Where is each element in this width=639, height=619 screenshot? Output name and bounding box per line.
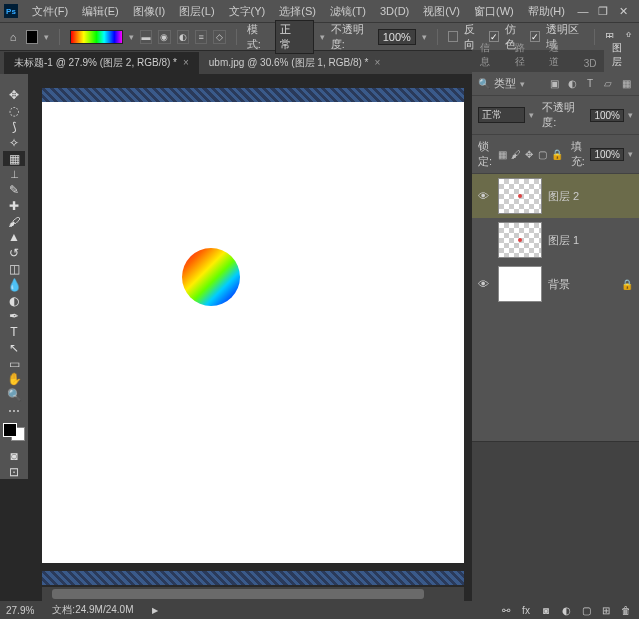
filter-shape-icon[interactable]: ▱ bbox=[601, 78, 615, 90]
scrollbar-thumb[interactable] bbox=[52, 589, 424, 599]
menu-3d[interactable]: 3D(D) bbox=[374, 3, 415, 19]
gradient-angle-icon[interactable]: ◐ bbox=[177, 30, 189, 44]
gradient-diamond-icon[interactable]: ◇ bbox=[213, 30, 225, 44]
move-tool-icon[interactable]: ✥ bbox=[3, 88, 25, 103]
menu-view[interactable]: 视图(V) bbox=[417, 2, 466, 21]
lock-position-icon[interactable]: ✥ bbox=[525, 148, 534, 160]
path-tool-icon[interactable]: ↖ bbox=[3, 341, 25, 356]
gradient-linear-icon[interactable]: ▬ bbox=[140, 30, 152, 44]
color-swatches[interactable] bbox=[3, 423, 25, 441]
pen-tool-icon[interactable]: ✒ bbox=[3, 309, 25, 324]
close-icon[interactable]: ✕ bbox=[617, 5, 629, 17]
fill-input[interactable]: 100% bbox=[590, 148, 624, 161]
link-layers-icon[interactable]: ⚯ bbox=[499, 605, 513, 616]
delete-layer-icon[interactable]: 🗑 bbox=[619, 605, 633, 616]
eyedropper-tool-icon[interactable]: ✎ bbox=[3, 183, 25, 198]
menu-filter[interactable]: 滤镜(T) bbox=[324, 2, 372, 21]
stamp-tool-icon[interactable]: ▲ bbox=[3, 230, 25, 245]
lasso-tool-icon[interactable]: ⟆ bbox=[3, 120, 25, 135]
screen-mode-icon[interactable]: ⊡ bbox=[3, 464, 25, 479]
marquee-tool-icon[interactable]: ◌ bbox=[3, 104, 25, 119]
shape-tool-icon[interactable]: ▭ bbox=[3, 356, 25, 371]
dodge-tool-icon[interactable]: ◐ bbox=[3, 293, 25, 308]
tab-info[interactable]: 信息 bbox=[472, 38, 507, 72]
opacity-input[interactable]: 100% bbox=[378, 29, 416, 45]
menu-window[interactable]: 窗口(W) bbox=[468, 2, 520, 21]
lock-all-icon[interactable]: 🔒 bbox=[551, 148, 563, 160]
document-canvas[interactable] bbox=[42, 102, 464, 563]
filter-pixel-icon[interactable]: ▣ bbox=[547, 78, 561, 90]
visibility-icon[interactable]: 👁 bbox=[478, 278, 492, 290]
layer-style-icon[interactable]: fx bbox=[519, 605, 533, 616]
horizontal-scrollbar[interactable] bbox=[42, 587, 464, 601]
quick-mask-icon[interactable]: ◙ bbox=[3, 448, 25, 463]
tab-3d[interactable]: 3D bbox=[576, 55, 605, 72]
lock-pixels-icon[interactable]: 🖌 bbox=[511, 148, 521, 160]
lock-artboard-icon[interactable]: ▢ bbox=[538, 148, 547, 160]
menu-file[interactable]: 文件(F) bbox=[26, 2, 74, 21]
search-icon[interactable]: 🔍 bbox=[478, 78, 490, 89]
document-size[interactable]: 文档:24.9M/24.0M bbox=[52, 603, 133, 617]
menu-edit[interactable]: 编辑(E) bbox=[76, 2, 125, 21]
layer-mask-icon[interactable]: ◙ bbox=[539, 605, 553, 616]
hand-tool-icon[interactable]: ✋ bbox=[3, 372, 25, 387]
gradient-reflected-icon[interactable]: ≡ bbox=[195, 30, 207, 44]
layer-blend-select[interactable]: 正常 bbox=[478, 107, 525, 123]
menu-type[interactable]: 文字(Y) bbox=[223, 2, 272, 21]
adjustment-layer-icon[interactable]: ◐ bbox=[559, 605, 573, 616]
gradient-radial-icon[interactable]: ◉ bbox=[158, 30, 170, 44]
app-logo-icon: Ps bbox=[4, 4, 18, 18]
history-brush-tool-icon[interactable]: ↺ bbox=[3, 246, 25, 261]
minimize-icon[interactable]: — bbox=[577, 5, 589, 17]
tab-close-icon[interactable]: × bbox=[374, 57, 380, 68]
layer-thumbnail[interactable] bbox=[498, 266, 542, 302]
tab-channels[interactable]: 通道 bbox=[541, 38, 576, 72]
gradient-preview[interactable] bbox=[70, 30, 122, 44]
menu-image[interactable]: 图像(I) bbox=[127, 2, 171, 21]
magic-wand-tool-icon[interactable]: ✧ bbox=[3, 135, 25, 150]
eraser-tool-icon[interactable]: ◫ bbox=[3, 262, 25, 277]
group-icon[interactable]: ▢ bbox=[579, 605, 593, 616]
filter-adjust-icon[interactable]: ◐ bbox=[565, 78, 579, 90]
layer-name[interactable]: 图层 2 bbox=[548, 189, 579, 204]
new-layer-icon[interactable]: ⊞ bbox=[599, 605, 613, 616]
layer-row[interactable]: 图层 1 bbox=[472, 218, 639, 262]
home-icon[interactable]: ⌂ bbox=[6, 29, 20, 45]
layer-panel-buttons: ⚯ fx ◙ ◐ ▢ ⊞ 🗑 bbox=[499, 605, 633, 616]
reverse-checkbox[interactable] bbox=[448, 31, 458, 42]
menu-help[interactable]: 帮助(H) bbox=[522, 2, 571, 21]
tab-layers[interactable]: 图层 bbox=[604, 38, 639, 72]
crop-tool-icon[interactable]: ⟂ bbox=[3, 167, 25, 182]
visibility-icon[interactable]: 👁 bbox=[478, 190, 492, 202]
menu-select[interactable]: 选择(S) bbox=[273, 2, 322, 21]
menu-layer[interactable]: 图层(L) bbox=[173, 2, 220, 21]
layer-name[interactable]: 图层 1 bbox=[548, 233, 579, 248]
foreground-color[interactable] bbox=[3, 423, 17, 437]
document-tab[interactable]: 未标题-1 @ 27.9% (图层 2, RGB/8) * × bbox=[4, 52, 199, 74]
layer-thumbnail[interactable] bbox=[498, 222, 542, 258]
healing-tool-icon[interactable]: ✚ bbox=[3, 198, 25, 213]
filter-type-icon[interactable]: T bbox=[583, 78, 597, 90]
filter-smart-icon[interactable]: ▦ bbox=[619, 78, 633, 90]
gradient-tool-icon[interactable]: ▦ bbox=[3, 151, 25, 166]
zoom-tool-icon[interactable]: 🔍 bbox=[3, 388, 25, 403]
tab-close-icon[interactable]: × bbox=[183, 57, 189, 68]
blur-tool-icon[interactable]: 💧 bbox=[3, 277, 25, 292]
tab-paths[interactable]: 路径 bbox=[507, 38, 542, 72]
layer-thumbnail[interactable] bbox=[498, 178, 542, 214]
tool-preset-icon[interactable] bbox=[26, 30, 38, 44]
type-tool-icon[interactable]: T bbox=[3, 325, 25, 340]
blend-mode-select[interactable]: 正常 bbox=[275, 20, 314, 54]
layer-row[interactable]: 👁 背景 🔒 bbox=[472, 262, 639, 306]
document-tab[interactable]: ubm.jpg @ 30.6% (图层 1, RGB/8) * × bbox=[199, 52, 391, 74]
maximize-icon[interactable]: ❐ bbox=[597, 5, 609, 17]
edit-toolbar-icon[interactable]: ⋯ bbox=[3, 404, 25, 419]
canvas-edge bbox=[42, 88, 464, 102]
lock-transparent-icon[interactable]: ▦ bbox=[498, 148, 507, 160]
layer-opacity-input[interactable]: 100% bbox=[590, 109, 624, 122]
brush-tool-icon[interactable]: 🖌 bbox=[3, 214, 25, 229]
layer-name[interactable]: 背景 bbox=[548, 277, 570, 292]
layer-row[interactable]: 👁 图层 2 bbox=[472, 174, 639, 218]
filter-type-label: 类型 bbox=[494, 76, 516, 91]
zoom-level[interactable]: 27.9% bbox=[6, 605, 34, 616]
